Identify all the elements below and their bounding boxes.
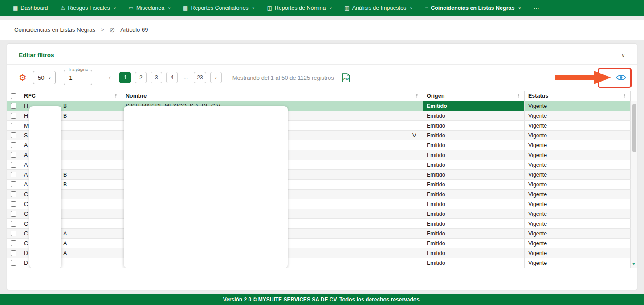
row-checkbox[interactable]	[11, 142, 16, 148]
row-checkbox[interactable]	[11, 221, 16, 227]
table-row[interactable]: AEmitidoVigente	[7, 150, 637, 160]
settings-gear-icon[interactable]: ⚙	[19, 73, 27, 82]
row-checkbox[interactable]	[11, 103, 16, 109]
row-checkbox-cell	[7, 111, 20, 120]
table-row[interactable]: CAEmitidoVigente	[7, 229, 637, 239]
table-row[interactable]: CEmitidoVigente	[7, 219, 637, 229]
origen-cell: Emitido	[423, 209, 525, 218]
page-button-2[interactable]: 2	[135, 72, 147, 83]
row-checkbox[interactable]	[11, 231, 16, 236]
nav-item-miscelanea[interactable]: ▭Miscelanea∨	[123, 0, 176, 16]
table-row[interactable]: DAEmitidoVigente	[7, 248, 637, 258]
table-row[interactable]: CAEmitidoVigente	[7, 239, 637, 248]
row-checkbox-cell	[7, 131, 20, 140]
breadcrumb: Coincidencias en Listas Negras > ⊘ Artíc…	[0, 20, 644, 40]
page-button-1[interactable]: 1	[119, 72, 131, 83]
nav-item-analisis-de-impuestos[interactable]: ▥Análisis de Impuestos∨	[338, 0, 418, 16]
select-all-checkbox[interactable]	[11, 93, 16, 99]
column-pin-icon[interactable]	[516, 94, 521, 99]
table-row[interactable]: SVEmitidoVigente	[7, 131, 637, 140]
scrollbar-thumb[interactable]	[632, 104, 636, 152]
row-checkbox[interactable]	[11, 162, 16, 168]
breadcrumb-current: Artículo 69	[120, 26, 148, 33]
column-pin-icon[interactable]	[622, 94, 627, 99]
breadcrumb-root[interactable]: Coincidencias en Listas Negras	[14, 26, 95, 33]
edit-filters-link[interactable]: Editar filtros	[19, 52, 54, 58]
export-csv-button[interactable]: CSV	[342, 73, 350, 82]
row-checkbox[interactable]	[11, 211, 16, 217]
estatus-cell: Vigente	[525, 101, 631, 111]
page-button-3[interactable]: 3	[151, 72, 162, 83]
page-button-23[interactable]: 23	[194, 72, 206, 83]
column-header-origen[interactable]: Origen	[423, 91, 525, 101]
row-checkbox[interactable]	[11, 113, 16, 119]
analysis-icon: ▥	[344, 5, 349, 11]
next-page-button[interactable]: ›	[210, 72, 222, 83]
estatus-cell: Vigente	[525, 239, 631, 248]
chevron-down-icon: ∨	[114, 6, 116, 10]
column-header-estatus[interactable]: Estatus	[525, 91, 631, 101]
row-checkbox[interactable]	[11, 191, 16, 197]
table-row[interactable]: MEmitidoVigente	[7, 121, 637, 131]
rfc-fragment: C	[24, 231, 28, 237]
vertical-scrollbar[interactable]: ▼	[631, 101, 637, 268]
row-checkbox-cell	[7, 101, 20, 111]
nav-item-label: Riesgos Fiscales	[68, 5, 110, 11]
rfc-fragment-right: B	[63, 180, 67, 189]
origen-cell: Emitido	[423, 199, 525, 209]
table-row[interactable]: HBEmitidoVigente	[7, 111, 637, 121]
chevron-down-icon: ∨	[168, 6, 171, 10]
collapse-chevron-icon[interactable]: ∨	[621, 52, 625, 58]
estatus-cell: Vigente	[525, 219, 631, 228]
table-header: RFCNombreOrigenEstatus	[7, 91, 637, 101]
row-checkbox-cell	[7, 239, 20, 248]
estatus-cell: Vigente	[525, 111, 631, 120]
table-row[interactable]: CEmitidoVigente	[7, 199, 637, 209]
row-checkbox-cell	[7, 170, 20, 179]
footer: Versión 2.0 © MYSUITE SERVICES SA DE CV.…	[0, 294, 644, 305]
row-checkbox[interactable]	[11, 132, 16, 138]
row-checkbox[interactable]	[11, 250, 16, 256]
visibility-eye-button[interactable]	[616, 74, 626, 81]
estatus-cell: Vigente	[525, 180, 631, 189]
nav-item-dashboard[interactable]: ▦Dashboard	[7, 0, 54, 16]
column-header-rfc[interactable]: RFC	[20, 91, 122, 101]
table-row[interactable]: CEmitidoVigente	[7, 190, 637, 199]
estatus-cell: Vigente	[525, 209, 631, 218]
table-row[interactable]: CEmitidoVigente	[7, 209, 637, 219]
row-checkbox[interactable]	[11, 240, 16, 246]
row-checkbox[interactable]	[11, 201, 16, 207]
table-row[interactable]: AEmitidoVigente	[7, 160, 637, 170]
nav-item-coincidencias-en-listas-negras[interactable]: ≡Coincidencias en Listas Negras∨	[419, 0, 527, 16]
payroll-icon: ◫	[267, 5, 272, 11]
nav-item-reportes-conciliatorios[interactable]: ▤Reportes Conciliatorios∨	[177, 0, 260, 16]
nav-item-riesgos-fiscales[interactable]: ⚠Riesgos Fiscales∨	[55, 0, 122, 16]
page-button-4[interactable]: 4	[166, 72, 178, 83]
table-row[interactable]: ABEmitidoVigente	[7, 180, 637, 190]
page-size-select[interactable]: 50 ∨	[33, 71, 56, 84]
rfc-fragment-right: A	[63, 248, 67, 258]
origen-cell: Emitido	[423, 140, 525, 150]
prev-page-button[interactable]: ‹	[104, 72, 115, 83]
row-checkbox[interactable]	[11, 181, 16, 187]
rfc-fragment-right: A	[63, 229, 67, 238]
goto-page-input[interactable]	[64, 70, 92, 85]
origen-cell: Emitido	[423, 170, 525, 179]
row-checkbox[interactable]	[11, 260, 16, 266]
row-checkbox[interactable]	[11, 123, 16, 128]
nav-item-more[interactable]: ⋯	[528, 0, 545, 16]
monitor-icon: ▭	[129, 5, 134, 11]
row-checkbox-cell	[7, 248, 20, 258]
nav-item-reportes-de-nomina[interactable]: ◫Reportes de Nómina∨	[261, 0, 338, 16]
scroll-down-icon[interactable]: ▼	[632, 261, 636, 266]
column-pin-icon[interactable]	[114, 94, 118, 99]
table-row[interactable]: HBSISTEMAS DE MÉXICO, S.A. DE C.V.Emitid…	[7, 101, 637, 111]
row-checkbox[interactable]	[11, 172, 16, 177]
column-pin-icon[interactable]	[415, 94, 419, 99]
column-header-nombre[interactable]: Nombre	[122, 91, 423, 101]
row-checkbox-cell	[7, 209, 20, 218]
table-row[interactable]: AEmitidoVigente	[7, 140, 637, 150]
table-row[interactable]: DEmitidoVigente	[7, 258, 637, 268]
row-checkbox[interactable]	[11, 152, 16, 158]
table-row[interactable]: ABEmitidoVigente	[7, 170, 637, 180]
